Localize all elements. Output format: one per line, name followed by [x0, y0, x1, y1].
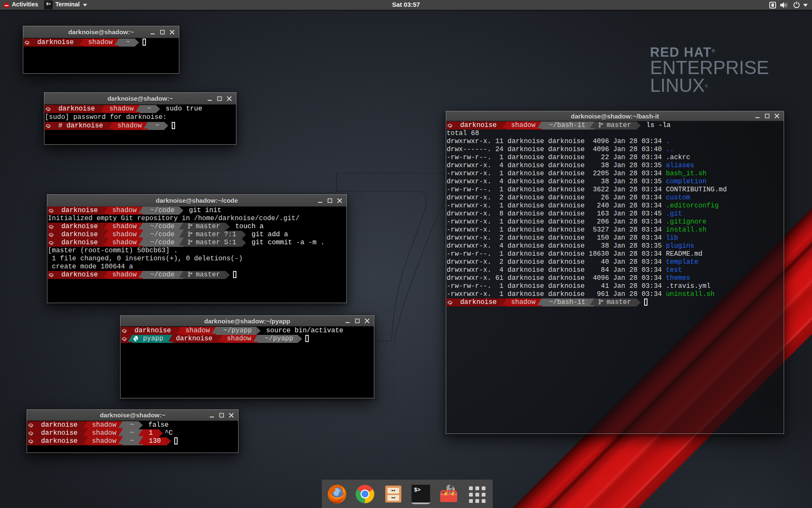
svg-text:$>: $>	[414, 487, 421, 493]
